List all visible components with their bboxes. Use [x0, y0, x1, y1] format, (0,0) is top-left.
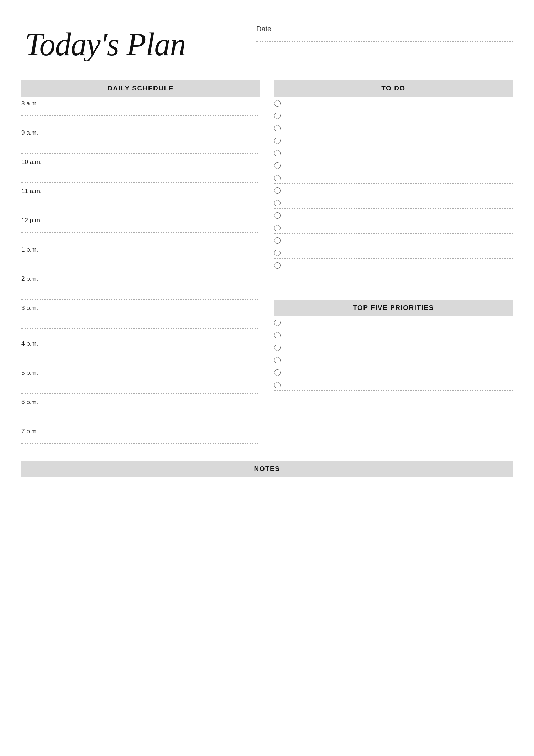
schedule-line-11am-2[interactable]: [21, 206, 260, 212]
priority-text-3[interactable]: [286, 345, 513, 351]
schedule-line-2pm-1[interactable]: [21, 285, 260, 291]
notes-line-5[interactable]: [21, 548, 513, 565]
todo-circle-11[interactable]: [274, 225, 281, 231]
todo-text-14[interactable]: [286, 262, 513, 269]
schedule-line-7pm-2[interactable]: [21, 446, 260, 452]
date-input-line[interactable]: [256, 35, 513, 42]
todo-text-4[interactable]: [286, 138, 513, 144]
priority-circle-1[interactable]: [274, 320, 281, 326]
schedule-line-11am-1[interactable]: [21, 197, 260, 203]
schedule-item-3pm: 3 p.m.: [21, 301, 260, 337]
todo-text-5[interactable]: [286, 150, 513, 156]
priority-text-5[interactable]: [286, 369, 513, 376]
todo-text-11[interactable]: [286, 225, 513, 231]
schedule-line-9am-2[interactable]: [21, 147, 260, 154]
todo-item-3: [274, 121, 513, 134]
schedule-item-8am: 8 a.m.: [21, 97, 260, 126]
todo-circle-5[interactable]: [274, 150, 281, 156]
schedule-line-8am-1[interactable]: [21, 109, 260, 116]
schedule-list: 8 a.m. 9 a.m. 10 a.m. 1: [21, 97, 260, 454]
schedule-line-12pm-2[interactable]: [21, 235, 260, 241]
time-label-4pm: 4 p.m.: [21, 340, 260, 347]
todo-item-6: [274, 159, 513, 171]
right-spacer: [274, 271, 513, 292]
schedule-line-1pm-1[interactable]: [21, 255, 260, 262]
todo-circle-14[interactable]: [274, 262, 281, 269]
schedule-line-12pm-1[interactable]: [21, 226, 260, 233]
schedule-line-10am-2[interactable]: [21, 176, 260, 183]
priority-item-3: [274, 341, 513, 353]
notes-line-3[interactable]: [21, 514, 513, 531]
date-label: Date: [256, 25, 513, 33]
todo-text-13[interactable]: [286, 250, 513, 256]
schedule-line-1pm-2[interactable]: [21, 264, 260, 270]
todo-circle-13[interactable]: [274, 250, 281, 256]
todo-circle-6[interactable]: [274, 162, 281, 169]
todo-text-3[interactable]: [286, 125, 513, 131]
todo-circle-7[interactable]: [274, 175, 281, 181]
schedule-line-4pm-2[interactable]: [21, 358, 260, 364]
priorities-header: TOP FIVE PRIORITIES: [274, 300, 513, 316]
schedule-line-6pm-2[interactable]: [21, 416, 260, 423]
schedule-item-2pm: 2 p.m.: [21, 272, 260, 301]
schedule-line-3pm-3[interactable]: [21, 329, 260, 335]
notes-line-1[interactable]: [21, 480, 513, 497]
schedule-line-9am-1[interactable]: [21, 139, 260, 145]
schedule-item-7pm: 7 p.m.: [21, 424, 260, 454]
todo-item-11: [274, 221, 513, 234]
priority-text-4[interactable]: [286, 357, 513, 363]
schedule-line-2pm-2[interactable]: [21, 293, 260, 300]
todo-item-10: [274, 209, 513, 221]
time-label-9am: 9 a.m.: [21, 129, 260, 136]
schedule-line-3pm-2[interactable]: [21, 322, 260, 329]
priority-circle-2[interactable]: [274, 332, 281, 338]
page-title: Today's Plan: [21, 21, 228, 66]
todo-circle-9[interactable]: [274, 200, 281, 206]
todo-circle-10[interactable]: [274, 212, 281, 219]
schedule-line-4pm-1[interactable]: [21, 349, 260, 356]
todo-item-4: [274, 134, 513, 146]
priority-circle-6[interactable]: [274, 382, 281, 388]
schedule-line-10am-1[interactable]: [21, 168, 260, 174]
priority-item-5: [274, 366, 513, 378]
todo-text-10[interactable]: [286, 212, 513, 219]
todo-item-12: [274, 234, 513, 246]
schedule-line-8am-2[interactable]: [21, 118, 260, 124]
todo-circle-8[interactable]: [274, 187, 281, 194]
time-label-5pm: 5 p.m.: [21, 369, 260, 377]
todo-text-9[interactable]: [286, 200, 513, 206]
schedule-line-3pm-1[interactable]: [21, 314, 260, 320]
priority-circle-4[interactable]: [274, 357, 281, 363]
schedule-item-6pm: 6 p.m.: [21, 395, 260, 424]
schedule-line-5pm-2[interactable]: [21, 387, 260, 394]
priority-item-1: [274, 316, 513, 328]
priority-text-6[interactable]: [286, 382, 513, 388]
todo-text-1[interactable]: [286, 100, 513, 107]
todo-text-7[interactable]: [286, 175, 513, 181]
priority-item-4: [274, 353, 513, 366]
priorities-section: TOP FIVE PRIORITIES: [274, 300, 513, 391]
todo-circle-4[interactable]: [274, 138, 281, 144]
schedule-line-6pm-1[interactable]: [21, 408, 260, 414]
todo-circle-1[interactable]: [274, 100, 281, 107]
schedule-line-5pm-1[interactable]: [21, 379, 260, 385]
priority-text-2[interactable]: [286, 332, 513, 338]
schedule-line-7pm-1[interactable]: [21, 437, 260, 444]
priority-circle-3[interactable]: [274, 345, 281, 351]
todo-text-12[interactable]: [286, 237, 513, 244]
todo-circle-2[interactable]: [274, 113, 281, 119]
todo-text-2[interactable]: [286, 113, 513, 119]
notes-line-4[interactable]: [21, 531, 513, 548]
time-label-8am: 8 a.m.: [21, 100, 260, 107]
daily-schedule-section: DAILY SCHEDULE 8 a.m. 9 a.m. 10 a.m.: [21, 80, 260, 454]
todo-circle-3[interactable]: [274, 125, 281, 131]
priority-circle-5[interactable]: [274, 369, 281, 376]
todo-text-6[interactable]: [286, 162, 513, 169]
time-label-3pm: 3 p.m.: [21, 305, 260, 312]
priority-text-1[interactable]: [286, 320, 513, 326]
todo-text-8[interactable]: [286, 187, 513, 194]
todo-circle-12[interactable]: [274, 237, 281, 244]
todo-item-2: [274, 109, 513, 121]
todo-item-13: [274, 246, 513, 259]
notes-line-2[interactable]: [21, 497, 513, 514]
